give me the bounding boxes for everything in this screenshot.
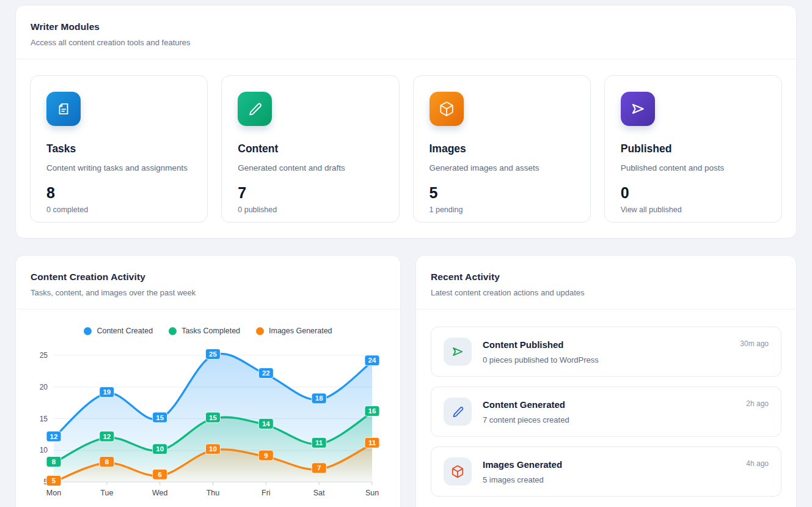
legend-dot: [169, 327, 177, 335]
module-card-tasks[interactable]: Tasks Content writing tasks and assignme…: [30, 75, 208, 223]
svg-text:12: 12: [50, 433, 58, 440]
svg-text:20: 20: [40, 383, 48, 391]
activity-text: Content Generated 7 content pieces creat…: [483, 399, 569, 424]
module-description: Published content and posts: [621, 163, 766, 172]
activity-timestamp: 2h ago: [746, 399, 769, 408]
svg-text:25: 25: [40, 351, 48, 360]
module-stat: 0 completed: [46, 205, 191, 214]
module-cards-row: Tasks Content writing tasks and assignme…: [16, 59, 796, 239]
recent-activity-subtitle: Latest content creation actions and upda…: [431, 288, 781, 297]
recent-activity-title: Recent Activity: [431, 272, 781, 283]
svg-text:18: 18: [315, 394, 323, 402]
svg-text:19: 19: [103, 388, 111, 396]
svg-text:7: 7: [317, 464, 321, 472]
activity-timestamp: 30m ago: [740, 339, 769, 348]
chart-subtitle: Tasks, content, and images over the past…: [31, 288, 386, 297]
module-label: Images: [430, 142, 574, 155]
svg-text:9: 9: [264, 452, 268, 459]
module-stat: 1 pending: [430, 205, 574, 214]
send-icon: [444, 338, 472, 366]
module-label: Tasks: [46, 142, 191, 155]
dashboard: Writer Modules Access all content creati…: [0, 0, 812, 507]
writer-modules-panel: Writer Modules Access all content creati…: [15, 5, 797, 239]
svg-text:10: 10: [156, 445, 164, 453]
cube-icon: [430, 92, 464, 126]
svg-text:10: 10: [40, 446, 48, 454]
module-description: Content writing tasks and assignments: [46, 163, 191, 172]
legend-label: Content Created: [97, 327, 153, 335]
svg-text:Sat: Sat: [313, 489, 325, 497]
activity-timestamp: 4h ago: [746, 459, 769, 468]
legend-item-tasks-completed[interactable]: Tasks Completed: [169, 327, 240, 335]
activity-description: 0 pieces published to WordPress: [483, 355, 599, 365]
module-description: Generated images and assets: [430, 163, 574, 172]
legend-label: Tasks Completed: [181, 327, 240, 335]
svg-text:12: 12: [103, 433, 111, 440]
activity-description: 5 images created: [483, 475, 562, 484]
module-count: 8: [46, 184, 191, 202]
chart-legend: Content Created Tasks Completed Images G…: [16, 327, 400, 335]
legend-dot: [256, 327, 264, 335]
svg-text:Thu: Thu: [207, 489, 220, 497]
chart-header: Content Creation Activity Tasks, content…: [16, 256, 400, 309]
module-card-images[interactable]: Images Generated images and assets 5 1 p…: [413, 75, 591, 223]
svg-text:11: 11: [315, 439, 323, 446]
svg-text:6: 6: [158, 471, 161, 478]
file-icon: [46, 92, 81, 126]
svg-text:Wed: Wed: [152, 489, 168, 497]
legend-item-images-generated[interactable]: Images Generated: [256, 327, 332, 335]
svg-text:22: 22: [262, 369, 270, 377]
page-title: Writer Modules: [31, 21, 781, 32]
content-creation-activity-panel: Content Creation Activity Tasks, content…: [15, 255, 401, 507]
svg-text:11: 11: [368, 439, 376, 446]
module-stat: 0 published: [238, 205, 382, 214]
writer-modules-header: Writer Modules Access all content creati…: [16, 6, 796, 59]
cube-icon: [444, 457, 472, 486]
svg-text:10: 10: [209, 445, 217, 453]
svg-text:Sun: Sun: [365, 489, 379, 497]
send-icon: [621, 92, 655, 126]
svg-text:16: 16: [368, 407, 376, 415]
svg-text:14: 14: [262, 420, 270, 427]
recent-activity-header: Recent Activity Latest content creation …: [416, 256, 796, 309]
svg-text:25: 25: [209, 350, 217, 358]
activity-description: 7 content pieces created: [483, 415, 569, 424]
svg-text:Fri: Fri: [262, 489, 271, 497]
activity-item-content-published: Content Published 0 pieces published to …: [431, 327, 781, 377]
chart-title: Content Creation Activity: [31, 272, 386, 283]
svg-text:Tue: Tue: [100, 489, 113, 497]
module-label: Published: [621, 142, 766, 155]
svg-text:Mon: Mon: [46, 489, 61, 497]
module-count: 5: [430, 184, 574, 202]
svg-text:8: 8: [52, 458, 56, 465]
legend-item-content-created[interactable]: Content Created: [84, 327, 153, 335]
page-subtitle: Access all content creation tools and fe…: [31, 38, 781, 47]
activity-title: Content Generated: [483, 399, 569, 410]
module-stat: View all published: [621, 205, 766, 214]
module-count: 7: [238, 184, 382, 202]
module-description: Generated content and drafts: [238, 163, 382, 172]
svg-text:8: 8: [105, 458, 109, 465]
activity-item-content-generated: Content Generated 7 content pieces creat…: [431, 387, 781, 437]
svg-text:15: 15: [209, 414, 217, 421]
legend-dot: [84, 327, 92, 335]
activity-list: Content Published 0 pieces published to …: [416, 309, 796, 507]
svg-text:15: 15: [40, 415, 48, 423]
module-card-content[interactable]: Content Generated content and drafts 7 0…: [221, 75, 399, 223]
activity-title: Images Generated: [483, 459, 562, 470]
activity-item-images-generated: Images Generated 5 images created 4h ago: [431, 446, 781, 497]
module-count: 0: [621, 184, 766, 202]
recent-activity-panel: Recent Activity Latest content creation …: [415, 255, 797, 507]
activity-text: Content Published 0 pieces published to …: [483, 339, 599, 365]
activity-title: Content Published: [483, 339, 599, 350]
pencil-icon: [444, 398, 472, 426]
line-chart: 510152025MonTueWedThuFriSatSun1219152522…: [16, 339, 400, 507]
svg-text:15: 15: [156, 414, 164, 421]
module-card-published[interactable]: Published Published content and posts 0 …: [604, 75, 782, 223]
module-label: Content: [238, 142, 382, 155]
bottom-row: Content Creation Activity Tasks, content…: [15, 255, 797, 507]
activity-line-chart-svg: 510152025MonTueWedThuFriSatSun1219152522…: [23, 339, 394, 505]
svg-text:24: 24: [368, 357, 376, 364]
svg-text:5: 5: [52, 477, 56, 484]
activity-text: Images Generated 5 images created: [483, 459, 562, 484]
